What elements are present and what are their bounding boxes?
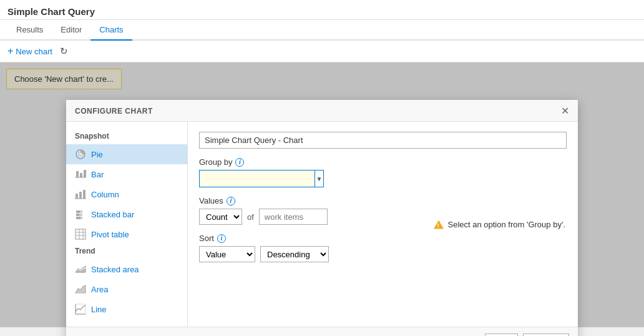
stacked-area-label: Stacked area bbox=[91, 265, 139, 274]
group-by-input[interactable] bbox=[199, 170, 315, 187]
svg-rect-2 bbox=[76, 171, 79, 177]
svg-rect-3 bbox=[80, 173, 82, 177]
tab-charts[interactable]: Charts bbox=[90, 20, 132, 41]
snapshot-section-label: Snapshot bbox=[66, 129, 187, 144]
sort-by-select[interactable]: Value bbox=[199, 246, 255, 262]
chart-types-panel: Snapshot Pie bbox=[66, 122, 188, 327]
chart-type-line[interactable]: Line bbox=[66, 299, 187, 319]
app-title: Simple Chart Query bbox=[0, 0, 644, 20]
stacked-area-icon bbox=[75, 264, 86, 275]
chart-type-pie[interactable]: Pie bbox=[66, 144, 187, 164]
sort-row: Value Descending bbox=[199, 246, 567, 262]
stacked-bar-label: Stacked bar bbox=[91, 210, 134, 219]
sort-label: Sort i bbox=[199, 234, 567, 243]
pie-label: Pie bbox=[91, 150, 103, 159]
of-text: of bbox=[247, 212, 254, 222]
svg-rect-11 bbox=[80, 210, 82, 213]
svg-rect-4 bbox=[84, 170, 86, 177]
svg-rect-13 bbox=[79, 214, 82, 216]
bar-label: Bar bbox=[91, 170, 104, 179]
bar-icon bbox=[75, 169, 86, 180]
dialog-body: Snapshot Pie bbox=[66, 122, 578, 327]
pivot-table-icon bbox=[75, 229, 86, 240]
refresh-button[interactable]: ↻ bbox=[60, 46, 68, 57]
tab-results[interactable]: Results bbox=[7, 20, 52, 41]
group-by-info-icon[interactable]: i bbox=[235, 158, 244, 167]
configure-chart-dialog: CONFIGURE CHART ✕ Snapshot bbox=[66, 100, 578, 336]
svg-rect-8 bbox=[83, 190, 85, 199]
chart-type-column[interactable]: Column bbox=[66, 184, 187, 204]
tab-editor[interactable]: Editor bbox=[52, 20, 90, 41]
warning-text: Select an option from 'Group by'. bbox=[447, 220, 565, 229]
line-label: Line bbox=[91, 305, 107, 314]
toolbar: + New chart ↻ bbox=[0, 41, 644, 62]
svg-rect-15 bbox=[80, 217, 82, 219]
column-icon bbox=[75, 189, 86, 200]
dialog-header: CONFIGURE CHART ✕ bbox=[66, 100, 578, 122]
column-label: Column bbox=[91, 190, 119, 199]
chart-type-pivot-table[interactable]: Pivot table bbox=[66, 224, 187, 244]
tab-bar: Results Editor Charts bbox=[0, 20, 644, 41]
svg-rect-10 bbox=[76, 210, 80, 213]
plus-icon: + bbox=[7, 46, 13, 57]
chart-type-stacked-bar[interactable]: Stacked bar bbox=[66, 204, 187, 224]
pie-icon bbox=[75, 149, 86, 160]
warning-icon bbox=[434, 220, 444, 229]
svg-rect-12 bbox=[76, 214, 79, 216]
svg-rect-16 bbox=[76, 229, 85, 239]
svg-rect-7 bbox=[79, 192, 82, 199]
refresh-icon: ↻ bbox=[60, 46, 68, 56]
pivot-table-label: Pivot table bbox=[91, 230, 129, 239]
new-chart-button[interactable]: + New chart bbox=[7, 46, 52, 57]
svg-rect-14 bbox=[76, 217, 80, 219]
dialog-title: CONFIGURE CHART bbox=[75, 107, 153, 116]
chart-type-stacked-area[interactable]: Stacked area bbox=[66, 259, 187, 279]
dialog-footer: OK Cancel bbox=[66, 327, 578, 336]
svg-marker-23 bbox=[76, 285, 85, 293]
area-icon bbox=[75, 284, 86, 295]
work-items-input[interactable] bbox=[259, 209, 328, 225]
count-select[interactable]: Count bbox=[199, 209, 242, 225]
trend-section-label: Trend bbox=[66, 244, 187, 259]
sort-direction-select[interactable]: Descending bbox=[260, 246, 329, 262]
ok-button[interactable]: OK bbox=[485, 334, 518, 336]
sort-info-icon[interactable]: i bbox=[217, 234, 226, 243]
group-by-label: Group by i bbox=[199, 157, 567, 167]
group-by-select-container: ▼ bbox=[199, 170, 324, 187]
main-content: Choose 'New chart' to cre... CONFIGURE C… bbox=[0, 62, 644, 327]
stacked-bar-icon bbox=[75, 209, 86, 220]
values-info-icon[interactable]: i bbox=[227, 197, 235, 205]
svg-rect-6 bbox=[76, 194, 78, 199]
values-label: Values i bbox=[199, 196, 567, 205]
group-by-dropdown-arrow[interactable]: ▼ bbox=[315, 170, 324, 187]
svg-point-1 bbox=[79, 152, 82, 156]
dialog-close-button[interactable]: ✕ bbox=[561, 106, 569, 116]
modal-overlay: CONFIGURE CHART ✕ Snapshot bbox=[0, 62, 644, 327]
area-label: Area bbox=[91, 285, 108, 294]
chart-name-input[interactable] bbox=[199, 132, 567, 149]
chart-type-bar[interactable]: Bar bbox=[66, 164, 187, 184]
chart-type-area[interactable]: Area bbox=[66, 279, 187, 299]
new-chart-label: New chart bbox=[16, 47, 52, 56]
warning-area: Select an option from 'Group by'. bbox=[434, 220, 565, 229]
line-icon bbox=[75, 304, 86, 315]
config-panel: Group by i ▼ Values i Count bbox=[188, 122, 578, 327]
cancel-button[interactable]: Cancel bbox=[523, 334, 569, 336]
